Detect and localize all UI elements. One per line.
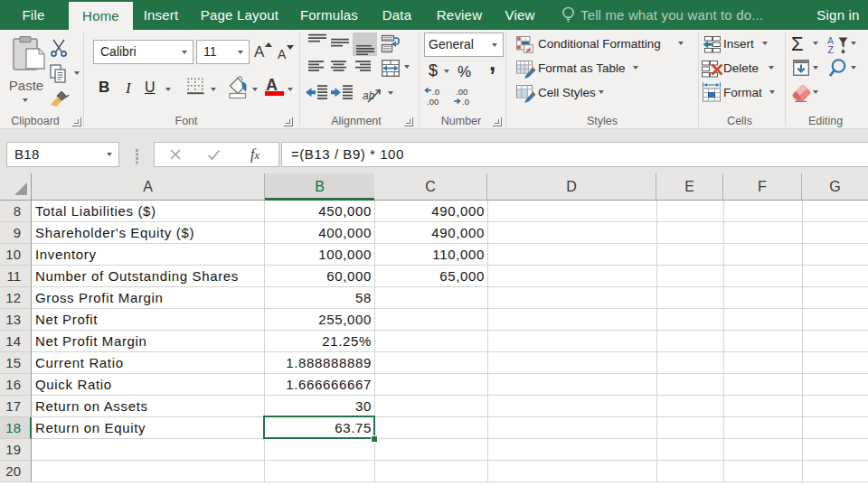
svg-text:.0: .0 [432, 87, 439, 97]
svg-text:ab: ab [363, 89, 375, 102]
svg-text:.00: .00 [427, 97, 439, 107]
svg-text:.0: .0 [462, 97, 469, 107]
svg-text:.00: .00 [456, 87, 467, 97]
svg-text:Z: Z [828, 44, 835, 54]
